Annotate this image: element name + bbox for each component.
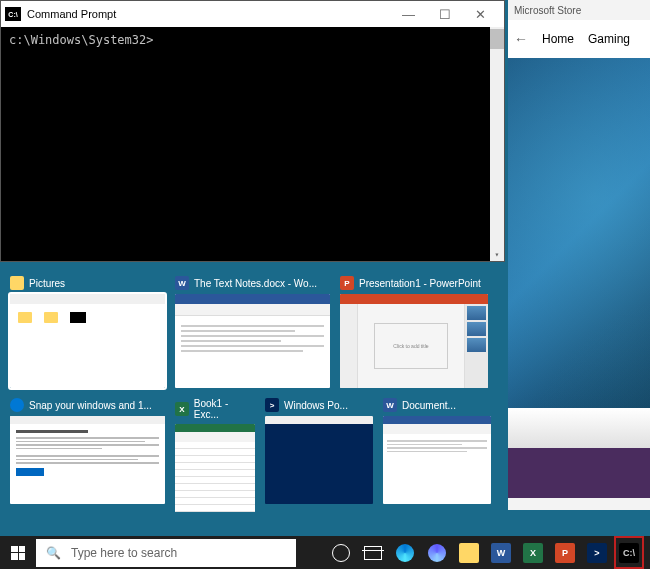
snap-tile-label: Presentation1 - PowerPoint — [359, 278, 481, 289]
store-titlebar[interactable]: Microsoft Store — [508, 0, 650, 20]
task-view-icon — [364, 546, 382, 560]
microsoft-store-window: Microsoft Store ← Home Gaming — [508, 0, 650, 510]
cmd-terminal[interactable]: c:\Windows\System32> ▾ — [1, 27, 504, 261]
edge-icon — [10, 398, 24, 412]
word-icon: W — [491, 543, 511, 563]
taskbar-edge[interactable] — [390, 536, 420, 569]
store-title: Microsoft Store — [514, 5, 581, 16]
cmd-titlebar[interactable]: C:\ Command Prompt — ☐ ✕ — [1, 1, 504, 27]
snap-tile-powerpoint[interactable]: P Presentation1 - PowerPoint Click to ad… — [340, 276, 488, 388]
back-button[interactable]: ← — [514, 31, 528, 47]
snap-tile-powershell[interactable]: > Windows Po... — [265, 398, 373, 512]
taskbar-excel[interactable]: X — [518, 536, 548, 569]
cortana-button[interactable] — [326, 536, 356, 569]
snap-assist-panel: Pictures W The Text Notes.docx - Wo... P… — [0, 268, 505, 534]
word-icon: W — [175, 276, 189, 290]
snap-thumbnail — [175, 424, 255, 512]
snap-thumbnail — [10, 416, 165, 504]
circle-icon — [332, 544, 350, 562]
snap-tile-excel[interactable]: X Book1 - Exc... — [175, 398, 255, 512]
start-button[interactable] — [0, 536, 36, 569]
taskbar-search[interactable]: 🔍 Type here to search — [36, 539, 296, 567]
snap-tile-edge[interactable]: Snap your windows and 1... — [10, 398, 165, 512]
snap-thumbnail — [383, 416, 491, 504]
snap-tile-word[interactable]: W The Text Notes.docx - Wo... — [175, 276, 330, 388]
snap-thumbnail — [10, 294, 165, 388]
window-controls: — ☐ ✕ — [396, 7, 500, 22]
cmd-title: Command Prompt — [27, 8, 116, 20]
powerpoint-icon: P — [340, 276, 354, 290]
cmd-scrollbar[interactable]: ▾ — [490, 27, 504, 261]
store-hero-image — [508, 58, 650, 408]
snap-tile-label: Pictures — [29, 278, 65, 289]
store-section-divider — [508, 408, 650, 448]
taskbar-powershell[interactable]: > — [582, 536, 612, 569]
close-button[interactable]: ✕ — [469, 7, 492, 22]
powerpoint-icon: P — [555, 543, 575, 563]
taskbar: 🔍 Type here to search W X P > C:\ — [0, 536, 650, 569]
scrollbar-thumb[interactable] — [490, 29, 504, 49]
taskbar-explorer[interactable] — [454, 536, 484, 569]
snap-thumbnail — [265, 416, 373, 504]
taskbar-word[interactable]: W — [486, 536, 516, 569]
word-icon: W — [383, 398, 397, 412]
store-footer-panel — [508, 448, 650, 498]
taskbar-cmd[interactable]: C:\ — [614, 536, 644, 569]
taskbar-edge-beta[interactable] — [422, 536, 452, 569]
taskbar-powerpoint[interactable]: P — [550, 536, 580, 569]
cmd-prompt-text: c:\Windows\System32> — [9, 33, 154, 47]
edge-icon — [396, 544, 414, 562]
snap-tile-label: The Text Notes.docx - Wo... — [194, 278, 317, 289]
snap-thumbnail — [175, 294, 330, 388]
snap-tile-label: Windows Po... — [284, 400, 348, 411]
nav-gaming[interactable]: Gaming — [588, 32, 630, 46]
nav-home[interactable]: Home — [542, 32, 574, 46]
store-navbar: ← Home Gaming — [508, 20, 650, 58]
excel-icon: X — [175, 402, 189, 416]
maximize-button[interactable]: ☐ — [433, 7, 457, 22]
explorer-icon — [459, 543, 479, 563]
snap-tile-pictures[interactable]: Pictures — [10, 276, 165, 388]
powershell-icon: > — [265, 398, 279, 412]
snap-tile-label: Snap your windows and 1... — [29, 400, 152, 411]
snap-thumbnail: Click to add title — [340, 294, 488, 388]
snap-tile-word2[interactable]: W Document... — [383, 398, 491, 512]
explorer-icon — [10, 276, 24, 290]
slide-placeholder-text: Click to add title — [393, 343, 428, 349]
search-placeholder: Type here to search — [71, 546, 177, 560]
scroll-down-icon[interactable]: ▾ — [490, 250, 504, 259]
snap-tile-label: Book1 - Exc... — [194, 398, 255, 420]
snap-tile-label: Document... — [402, 400, 456, 411]
windows-logo-icon — [11, 546, 25, 560]
powershell-icon: > — [587, 543, 607, 563]
minimize-button[interactable]: — — [396, 7, 421, 22]
cmd-icon: C:\ — [619, 543, 639, 563]
edge-icon — [428, 544, 446, 562]
excel-icon: X — [523, 543, 543, 563]
task-view-button[interactable] — [358, 536, 388, 569]
search-icon: 🔍 — [46, 546, 61, 560]
command-prompt-window: C:\ Command Prompt — ☐ ✕ c:\Windows\Syst… — [0, 0, 505, 262]
cmd-icon: C:\ — [5, 7, 21, 21]
